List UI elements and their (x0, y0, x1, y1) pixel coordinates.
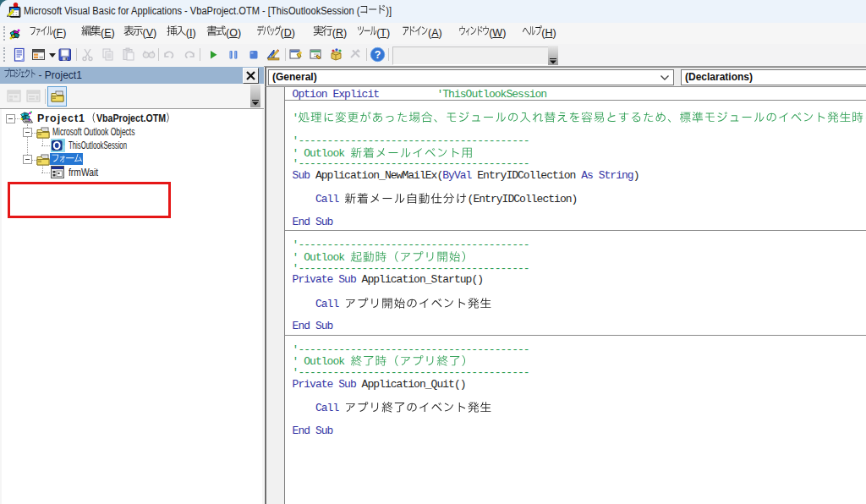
svg-text:?: ? (375, 49, 381, 61)
